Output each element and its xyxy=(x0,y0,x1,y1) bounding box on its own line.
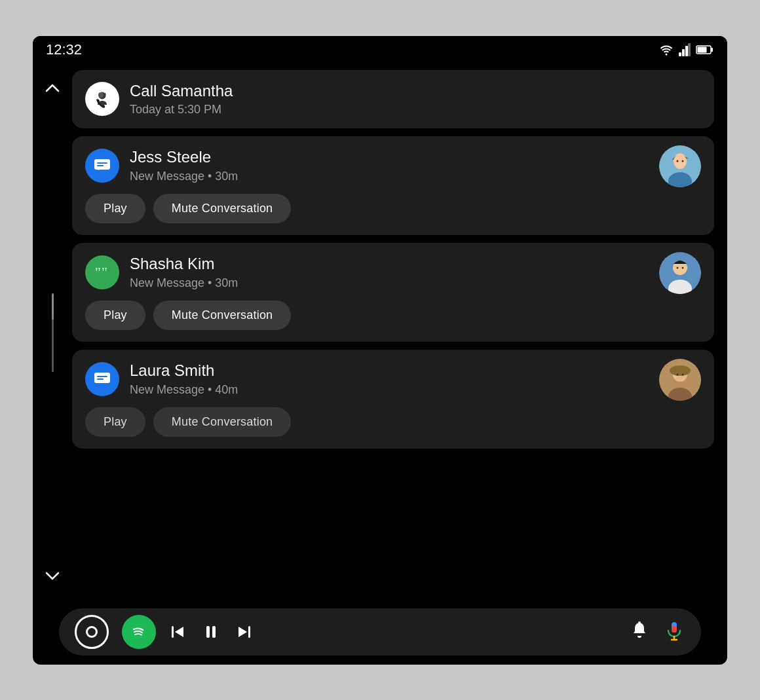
shasha-avatar xyxy=(659,252,701,294)
svg-text:": " xyxy=(102,264,107,280)
shasha-play-button[interactable]: Play xyxy=(85,301,145,330)
notifications-list: Call Samantha Today at 5:30 PM xyxy=(72,62,727,603)
microphone-icon xyxy=(663,619,685,642)
device-frame: 12:32 xyxy=(33,36,727,665)
svg-point-16 xyxy=(677,160,679,162)
jess-icon-container xyxy=(85,149,119,183)
laura-mute-button[interactable]: Mute Conversation xyxy=(153,407,291,437)
scroll-thumb xyxy=(52,293,54,320)
svg-rect-11 xyxy=(97,165,104,166)
jess-notif-header: Jess Steele New Message • 30m xyxy=(85,148,701,183)
shasha-icon-container: " " xyxy=(85,255,119,289)
call-samantha-subtitle: Today at 5:30 PM xyxy=(130,103,701,117)
shasha-kim-title: Shasha Kim xyxy=(130,255,701,274)
bottom-nav-left xyxy=(75,615,253,649)
notification-jess-steele: Jess Steele New Message • 30m xyxy=(72,136,714,235)
svg-rect-38 xyxy=(248,626,250,638)
home-icon xyxy=(86,626,98,638)
notif-header: Call Samantha Today at 5:30 PM xyxy=(85,82,701,117)
svg-point-34 xyxy=(128,621,149,642)
notification-shasha-kim: " " Shasha Kim New Message • 30m xyxy=(72,243,714,342)
signal-icon xyxy=(679,43,691,56)
laura-actions: Play Mute Conversation xyxy=(85,407,701,437)
jess-avatar xyxy=(659,145,701,187)
bell-icon xyxy=(629,619,650,640)
svg-point-33 xyxy=(682,373,684,375)
notification-call-samantha: Call Samantha Today at 5:30 PM xyxy=(72,70,714,129)
svg-rect-0 xyxy=(679,52,681,56)
svg-point-32 xyxy=(677,373,679,375)
svg-rect-26 xyxy=(97,376,107,377)
svg-rect-25 xyxy=(94,373,110,383)
scroll-up-button[interactable] xyxy=(45,82,60,96)
notification-laura-smith: Laura Smith New Message • 40m xyxy=(72,350,714,449)
prev-track-button[interactable] xyxy=(169,623,187,641)
pause-button[interactable] xyxy=(202,623,220,641)
jess-mute-button[interactable]: Mute Conversation xyxy=(153,194,291,223)
svg-rect-3 xyxy=(688,43,691,56)
svg-rect-36 xyxy=(206,626,210,638)
svg-point-17 xyxy=(682,160,684,162)
svg-rect-40 xyxy=(672,626,677,633)
message-icon xyxy=(92,156,112,175)
message-icon-2 xyxy=(92,369,112,389)
laura-smith-title: Laura Smith xyxy=(130,361,701,380)
jess-avatar-image xyxy=(659,145,701,187)
svg-point-8 xyxy=(98,92,104,98)
bell-button[interactable] xyxy=(629,619,650,644)
laura-notif-header: Laura Smith New Message • 40m xyxy=(85,361,701,397)
call-samantha-title: Call Samantha xyxy=(130,82,701,101)
jess-steele-subtitle: New Message • 30m xyxy=(130,170,701,183)
svg-rect-6 xyxy=(698,46,707,52)
mic-button[interactable] xyxy=(663,619,685,644)
laura-icon-container xyxy=(85,362,119,396)
shasha-mute-button[interactable]: Mute Conversation xyxy=(153,301,291,330)
bottom-nav-right xyxy=(629,619,685,644)
spotify-button[interactable] xyxy=(122,615,156,649)
svg-rect-1 xyxy=(682,49,685,56)
shasha-kim-text: Shasha Kim New Message • 30m xyxy=(130,255,701,290)
svg-point-31 xyxy=(670,365,691,376)
home-button[interactable] xyxy=(75,615,109,649)
svg-rect-5 xyxy=(711,48,713,52)
spotify-icon xyxy=(128,621,149,642)
phone-icon xyxy=(92,89,112,109)
laura-smith-subtitle: New Message • 40m xyxy=(130,383,701,397)
svg-point-24 xyxy=(682,267,684,269)
svg-point-15 xyxy=(674,155,687,168)
jess-play-button[interactable]: Play xyxy=(85,194,145,223)
shasha-notif-header: " " Shasha Kim New Message • 30m xyxy=(85,255,701,290)
jess-steele-title: Jess Steele xyxy=(130,148,701,167)
laura-play-button[interactable]: Play xyxy=(85,407,145,437)
quote-icon: " " xyxy=(92,263,112,282)
laura-smith-text: Laura Smith New Message • 40m xyxy=(130,361,701,397)
status-icons xyxy=(659,43,714,56)
status-time: 12:32 xyxy=(46,41,82,58)
wifi-icon xyxy=(659,44,674,56)
svg-text:": " xyxy=(95,264,101,280)
status-bar: 12:32 xyxy=(33,36,727,62)
laura-avatar xyxy=(659,359,701,401)
call-samantha-text: Call Samantha Today at 5:30 PM xyxy=(130,82,701,117)
main-content: Call Samantha Today at 5:30 PM xyxy=(33,62,727,603)
svg-rect-2 xyxy=(685,46,688,56)
scroll-down-button[interactable] xyxy=(45,569,60,583)
svg-rect-35 xyxy=(172,626,174,638)
shasha-actions: Play Mute Conversation xyxy=(85,301,701,330)
scroll-track xyxy=(52,293,54,372)
jess-actions: Play Mute Conversation xyxy=(85,194,701,223)
scroll-indicator xyxy=(33,62,72,603)
bottom-nav-bar xyxy=(59,608,701,655)
call-icon-container xyxy=(85,82,119,116)
battery-icon xyxy=(696,44,714,56)
svg-rect-10 xyxy=(97,162,107,164)
next-track-button[interactable] xyxy=(235,623,253,641)
media-controls xyxy=(169,623,253,641)
svg-rect-37 xyxy=(212,626,216,638)
jess-steele-text: Jess Steele New Message • 30m xyxy=(130,148,701,183)
shasha-kim-subtitle: New Message • 30m xyxy=(130,276,701,290)
svg-point-23 xyxy=(677,267,679,269)
laura-avatar-image xyxy=(659,359,701,401)
svg-rect-27 xyxy=(97,378,104,380)
shasha-avatar-image xyxy=(659,252,701,294)
